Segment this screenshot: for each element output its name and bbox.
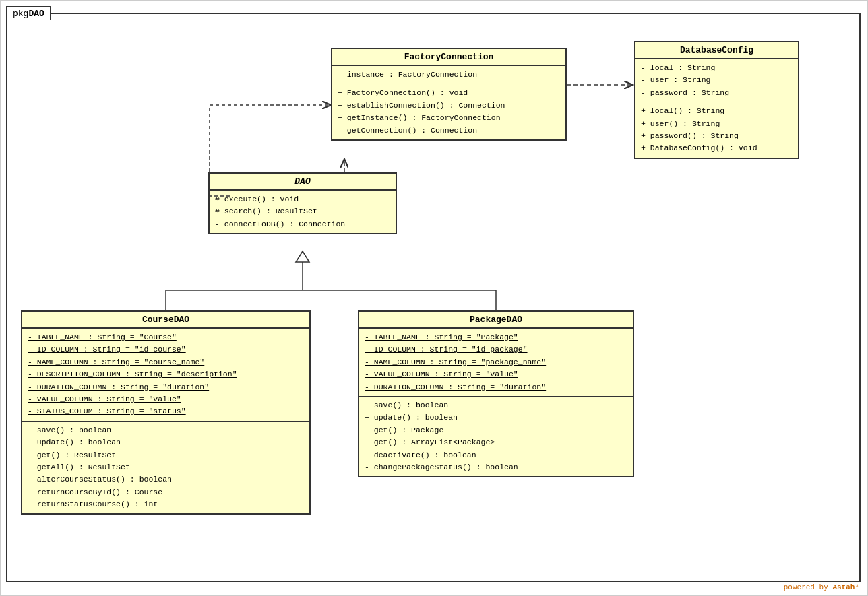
database-config-header: DatabaseConfig — [636, 42, 798, 59]
pdao-method-1: + save() : boolean — [365, 399, 627, 411]
package-dao-header: PackageDAO — [359, 312, 633, 329]
pdao-method-6: - changePackageStatus() : boolean — [365, 461, 627, 473]
fc-method-2: + establishConnection() : Connection — [338, 100, 560, 112]
database-config-class: DatabaseConfig - local : String - user :… — [634, 41, 799, 159]
pdao-method-5: + deactivate() : boolean — [365, 449, 627, 461]
pdao-attr-2: - ID_COLUMN : String = "id_package" — [365, 343, 627, 356]
fc-attr-1: - instance : FactoryConnection — [338, 69, 560, 81]
fc-method-4: - getConnection() : Connection — [338, 125, 560, 137]
dao-method-3: - connectToDB() : Connection — [215, 218, 390, 230]
pdao-method-2: + update() : boolean — [365, 411, 627, 424]
watermark: powered by Astah* — [784, 583, 859, 591]
pkg-prefix: pkg — [13, 9, 28, 19]
dao-header: DAO — [210, 174, 396, 191]
dc-attr-2: - user : String — [641, 74, 793, 86]
dc-attr-3: - password : String — [641, 87, 793, 99]
course-dao-header: CourseDAO — [22, 312, 309, 329]
package-dao-class: PackageDAO - TABLE_NAME : String = "Pack… — [358, 310, 634, 477]
cdao-attr-5: - DURATION_COLUMN : String = "duration" — [28, 381, 304, 393]
pdao-attr-1: - TABLE_NAME : String = "Package" — [365, 331, 627, 343]
database-config-methods: + local() : String + user() : String + p… — [636, 102, 798, 158]
diagram-container: pkgDAO FactoryConnection - instance : Fa… — [0, 0, 868, 596]
cdao-attr-4: - DESCRIPTION_COLUMN : String = "descrip… — [28, 368, 304, 380]
cdao-attr-6: - VALUE_COLUMN : String = "value" — [28, 393, 304, 405]
cdao-method-7: + returnStatusCourse() : int — [28, 498, 304, 510]
cdao-method-5: + alterCourseStatus() : boolean — [28, 473, 304, 486]
cdao-method-1: + save() : boolean — [28, 424, 304, 436]
dc-method-4: + DatabaseConfig() : void — [641, 142, 793, 154]
course-dao-attributes: - TABLE_NAME : String = "Course" - ID_CO… — [22, 329, 309, 422]
package-dao-methods: + save() : boolean + update() : boolean … — [359, 397, 633, 476]
dao-method-1: # execute() : void — [215, 193, 390, 205]
pdao-method-4: + get() : ArrayList<Package> — [365, 436, 627, 449]
factory-connection-header: FactoryConnection — [332, 49, 565, 66]
dc-method-1: + local() : String — [641, 105, 793, 117]
pkg-label: pkgDAO — [6, 6, 51, 20]
dao-methods: # execute() : void # search() : ResultSe… — [210, 191, 396, 233]
course-dao-class: CourseDAO - TABLE_NAME : String = "Cours… — [21, 310, 311, 515]
dao-method-2: # search() : ResultSet — [215, 205, 390, 218]
cdao-method-3: + get() : ResultSet — [28, 449, 304, 461]
cdao-attr-1: - TABLE_NAME : String = "Course" — [28, 331, 304, 343]
cdao-method-4: + getAll() : ResultSet — [28, 461, 304, 473]
cdao-method-2: + update() : boolean — [28, 436, 304, 449]
astah-brand: Astah — [832, 583, 855, 591]
pdao-attr-5: - DURATION_COLUMN : String = "duration" — [365, 381, 627, 393]
pdao-attr-4: - VALUE_COLUMN : String = "value" — [365, 368, 627, 380]
course-dao-methods: + save() : boolean + update() : boolean … — [22, 422, 309, 514]
cdao-attr-2: - ID_COLUMN : String = "id_course" — [28, 343, 304, 356]
factory-connection-class: FactoryConnection - instance : FactoryCo… — [331, 48, 567, 141]
pkg-name: DAO — [28, 9, 44, 19]
factory-connection-attributes: - instance : FactoryConnection — [332, 66, 565, 84]
factory-connection-methods: + FactoryConnection() : void + establish… — [332, 84, 565, 139]
cdao-method-6: + returnCourseById() : Course — [28, 486, 304, 498]
dao-class: DAO # execute() : void # search() : Resu… — [208, 172, 397, 234]
pdao-attr-3: - NAME_COLUMN : String = "package_name" — [365, 356, 627, 368]
fc-method-3: + getInstance() : FactoryConnection — [338, 112, 560, 124]
dc-method-2: + user() : String — [641, 118, 793, 130]
dc-attr-1: - local : String — [641, 62, 793, 74]
cdao-attr-3: - NAME_COLUMN : String = "course_name" — [28, 356, 304, 368]
dc-method-3: + password() : String — [641, 130, 793, 142]
cdao-attr-7: - STATUS_COLUM : String = "status" — [28, 405, 304, 418]
pdao-method-3: + get() : Package — [365, 424, 627, 436]
database-config-attributes: - local : String - user : String - passw… — [636, 59, 798, 102]
watermark-text: powered by Astah* — [784, 583, 859, 591]
fc-method-1: + FactoryConnection() : void — [338, 87, 560, 99]
package-dao-attributes: - TABLE_NAME : String = "Package" - ID_C… — [359, 329, 633, 397]
